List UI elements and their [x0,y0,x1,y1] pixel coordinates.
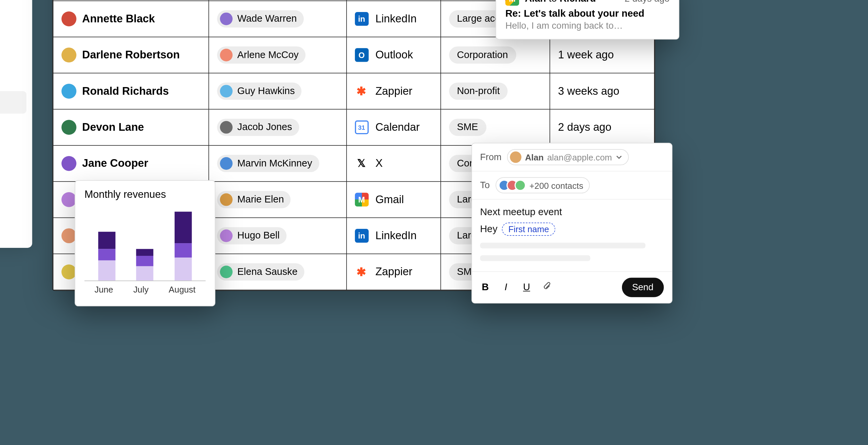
nav-partnership[interactable]: 🤝 Partnership [0,209,26,232]
type-tag: Non-profit [449,83,508,100]
contact-name: Jane Cooper [82,157,148,170]
nav-lead-pipeline[interactable]: Lead pipeline [0,135,26,157]
avatar-stack [498,179,526,191]
avatar [61,228,76,243]
nav-sales-sub: All leads Lead pipeline Analytics [0,113,26,179]
avatar [510,151,522,163]
sync-source: inLinkedIn [354,229,432,242]
bold-button[interactable]: B [480,281,490,293]
connection-pill[interactable]: Marie Elen [217,191,291,208]
nav-all-leads[interactable]: All leads [0,113,26,135]
sidebar: Acme Search Notifications Messages 💼 Rec… [0,0,32,248]
compose-to-row: To +200 contacts [472,171,672,200]
send-button[interactable]: Send [622,278,664,297]
chart-x-labels: JuneJulyAugust [85,284,206,294]
nav-analytics[interactable]: Analytics [0,157,26,179]
table-row[interactable]: Darlene RobertsonArlene McCoyOOutlookCor… [53,37,654,73]
sync-source: inLinkedIn [354,12,432,26]
preview-time: 2 days ago [625,0,670,4]
nav-messages[interactable]: Messages [0,16,26,38]
avatar [61,11,76,26]
last-interaction: 2 days ago [558,121,612,133]
nav-recruiting[interactable]: 💼 Recruiting [0,46,26,69]
interaction-preview-card: M Alan to Richard 2 days ago Re: Let's t… [495,0,679,40]
preview-subject: Re: Let's talk about your need [505,8,670,19]
contact-name: Ronald Richards [82,85,169,97]
last-interaction: 1 week ago [558,49,614,61]
to-pill[interactable]: +200 contacts [495,177,590,193]
merge-token-first-name[interactable]: First name [502,222,556,236]
avatar [61,120,76,135]
sync-source: 𝕏X [354,157,432,170]
connection-pill[interactable]: Hugo Bell [217,227,287,244]
contact-name: Darlene Robertson [82,49,180,61]
connection-pill[interactable]: Jacob Jones [217,119,299,136]
connection-pill[interactable]: Guy Hawkins [217,83,302,100]
compose-card: From Alan alan@apple.com To +200 contact… [471,143,672,304]
avatar [61,265,76,279]
compose-subject: Next meetup event [480,206,664,218]
avatar [61,192,76,207]
sync-source: OOutlook [354,48,432,62]
connection-pill[interactable]: Marvin McKinney [217,155,319,172]
last-interaction: 3 weeks ago [558,85,620,97]
compose-toolbar: B I U Send [472,271,672,303]
nav-notifications[interactable]: Notifications [0,0,26,16]
connection-pill[interactable]: Arlene McCoy [217,46,306,64]
type-tag: Corporation [449,46,516,64]
contact-name: Annette Black [82,13,155,25]
compose-body[interactable]: Next meetup event Hey First name [472,200,672,271]
from-pill[interactable]: Alan alan@apple.com [507,149,628,165]
attach-button[interactable] [542,281,553,294]
chart-title: Monthly revenues [85,189,206,201]
avatar [61,48,76,63]
nav-sales[interactable]: 🚀 Sales [0,91,26,113]
table-row[interactable]: Devon LaneJacob Jones31CalendarSME2 days… [53,109,654,145]
nav-investing[interactable]: $ Investing [0,69,26,91]
italic-button[interactable]: I [501,281,511,293]
sync-source: 31Calendar [354,121,432,134]
type-tag: SME [449,119,487,136]
connection-pill[interactable]: Wade Warren [217,10,304,28]
sync-source: ✱Zappier [354,265,432,278]
nav-fundraisings[interactable]: 📈 Fundraisings [0,187,26,209]
chart-bars [85,206,206,281]
revenue-chart-card: Monthly revenues JuneJulyAugust [75,180,215,306]
compose-from-row: From Alan alan@apple.com [472,143,672,171]
gmail-icon: M [505,0,519,6]
contact-name: Devon Lane [82,121,144,134]
sync-source: MGmail [354,193,432,206]
underline-button[interactable]: U [522,281,532,293]
placeholder-line [480,242,645,248]
sync-source: ✱Zappier [354,84,432,98]
avatar [61,156,76,171]
avatar [61,84,76,99]
preview-body: Hello, I am coming back to… [505,21,670,31]
connection-pill[interactable]: Elena Sauske [217,263,305,280]
table-row[interactable]: Ronald RichardsGuy Hawkins✱ZappierNon-pr… [53,73,654,109]
chevron-down-icon [615,154,622,161]
placeholder-line [480,255,590,261]
